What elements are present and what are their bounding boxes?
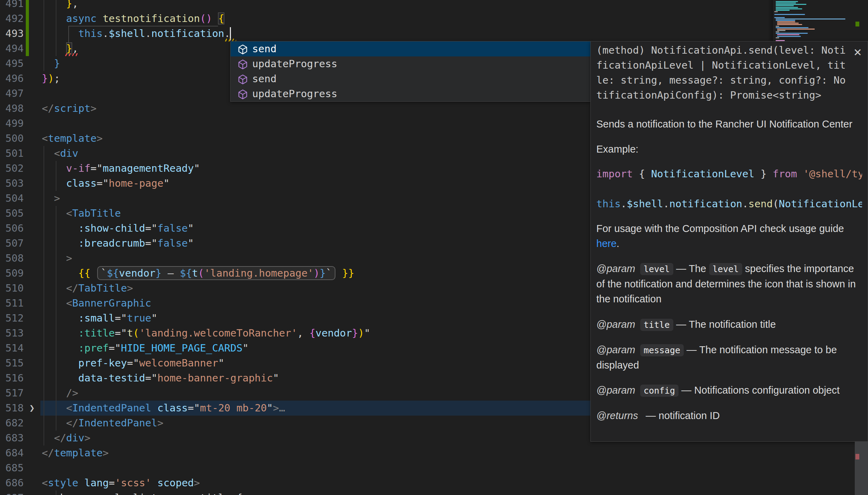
line-number[interactable]: 502 [0,161,24,176]
minimap-shadow [768,0,773,41]
line-number[interactable]: 501 [0,146,24,161]
line-number[interactable]: 517 [0,386,24,401]
suggest-item-updateProgress[interactable]: updateProgress [231,56,590,71]
jsdoc-tag: @param [596,385,635,396]
line-number[interactable]: 503 [0,176,24,191]
suggest-item-send[interactable]: send [231,71,590,86]
minimap-line [774,17,785,18]
line-number[interactable]: 497 [0,86,24,101]
minimap-line [776,2,796,3]
line-number[interactable]: 508 [0,251,24,266]
minimap-line [777,30,785,31]
line-number[interactable]: 495 [0,56,24,71]
minimap-line [776,7,798,8]
code-text: <IndentedPanel class="mt-20 mb-20">… [42,401,285,416]
line-number[interactable]: 492 [0,11,24,26]
line-number[interactable]: 513 [0,326,24,341]
code-line-491[interactable]: 491 }, [0,0,868,11]
signature: (method) NotificationApi.send(level: Not… [596,43,862,103]
code-text: :title="t('landing.welcomeToRancher', {v… [42,326,370,341]
code-text: } [42,56,60,71]
line-number[interactable]: 500 [0,131,24,146]
suggest-item-send[interactable]: send [231,41,590,56]
line-number[interactable]: 510 [0,281,24,296]
line-number[interactable]: 498 [0,101,24,116]
line-number[interactable]: 507 [0,236,24,251]
line-number[interactable]: 511 [0,296,24,311]
minimap-line [777,21,795,22]
line-number[interactable]: 518 [0,401,24,416]
code-text: }, [42,0,78,11]
minimap[interactable] [773,0,855,41]
bracket-pair-guide-horizontal [68,26,218,26]
suggest-item-updateProgress[interactable]: updateProgress [231,86,590,101]
code-text: :show-child="false" [42,221,194,236]
code-text: class="home-page" [42,176,170,191]
line-number[interactable]: 683 [0,431,24,446]
close-icon[interactable]: ✕ [853,46,862,59]
line-number[interactable]: 504 [0,191,24,206]
editor-root: 491 },492 async testnotification() {493 … [0,0,868,495]
line-number[interactable]: 515 [0,356,24,371]
code-text: </TabTitle> [42,281,133,296]
suggest-docs-panel: ✕ (method) NotificationApi.send(level: N… [590,41,868,442]
jsdoc-tag: @returns [596,410,638,421]
code-line-684[interactable]: 684</template> [0,446,868,461]
line-number[interactable]: 684 [0,446,24,461]
code-text: {{ `${vendor} — ${t('landing.homepage')}… [42,266,354,281]
code-line-685[interactable]: 685 [0,461,868,475]
code-text: pref-key="welcomeBanner" [42,356,224,371]
docs-text: Sends a notification to the Rancher UI N… [596,118,852,130]
line-number[interactable]: 686 [0,475,24,490]
jsdoc-tag: @param [596,319,635,330]
line-number[interactable]: 491 [0,0,24,11]
minimap-line [774,11,778,12]
minimap-line [776,40,785,41]
minimap-line [776,33,808,34]
minimap-line [776,18,845,20]
line-number[interactable]: 493 [0,26,24,41]
line-number[interactable]: 512 [0,311,24,326]
param-name-chip: level [709,263,742,275]
line-number[interactable]: 506 [0,221,24,236]
code-line-686[interactable]: 686<style lang='scss' scoped> [0,475,868,490]
method-icon [238,44,248,54]
inline-value-box: `${vendor} — ${t('landing.homepage')}` [97,266,335,280]
line-number[interactable]: 505 [0,206,24,221]
line-number[interactable]: 685 [0,461,24,475]
code-text: </IndentedPanel> [42,416,163,431]
line-number[interactable]: 499 [0,116,24,131]
line-number[interactable]: 496 [0,71,24,86]
code-line-492[interactable]: 492 async testnotification() { [0,11,868,26]
minimap-line [776,20,795,21]
code-text: <div [42,146,78,161]
description-paragraph: Example: [596,142,862,157]
code-text: }); [42,71,60,86]
line-number[interactable]: 509 [0,266,24,281]
docs-link[interactable]: here [596,238,617,249]
line-number[interactable]: 514 [0,341,24,356]
minimap-line [776,10,790,11]
suggest-item-label: updateProgress [252,86,337,101]
description-paragraph: For usage with the Composition API check… [596,221,862,251]
jsdoc-line: @paramtitle — The notification title [596,317,862,332]
code-text: /> [42,386,78,401]
docs-text: — notification ID [643,410,720,421]
docs-content: (method) NotificationApi.send(level: Not… [596,43,862,423]
param-name-chip: message [640,344,684,356]
overview-ruler-error-marker [855,454,859,459]
code-text: :small="true" [42,311,157,326]
code-line-687[interactable]: 687 .home-panel .list-group-title { [0,490,868,495]
line-number[interactable]: 682 [0,416,24,431]
line-number[interactable]: 687 [0,490,24,495]
line-number[interactable]: 516 [0,371,24,386]
gutter-added-indicator [26,0,29,56]
example-code-line: import { NotificationLevel } from '@shel… [596,167,862,181]
fold-chevron-icon[interactable]: ❯ [29,401,35,416]
line-number[interactable]: 494 [0,41,24,56]
scrollbar-slider[interactable] [855,442,868,495]
code-line-493[interactable]: 493 this.$shell.notification. [0,26,868,41]
minimap-line [776,26,779,27]
param-name-chip: config [640,385,679,397]
code-text: this.$shell.notification. [42,26,230,41]
